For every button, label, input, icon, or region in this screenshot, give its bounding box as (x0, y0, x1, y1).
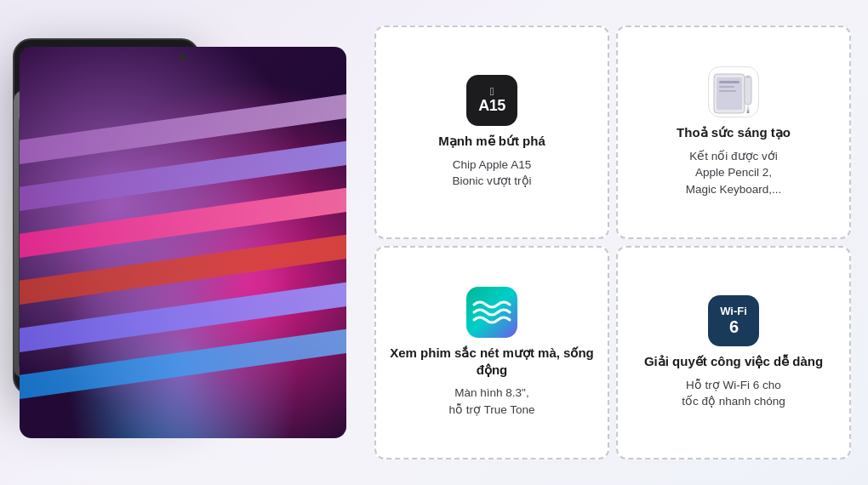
display-icon (466, 287, 517, 338)
feature-card-display: Xem phim sắc nét mượt mà, sống động Màn … (374, 246, 609, 459)
svg-rect-3 (719, 86, 734, 88)
svg-rect-2 (719, 81, 740, 83)
a15-apple-symbol:  (490, 86, 494, 97)
pencil-feature-title: Thoả sức sáng tạo (677, 124, 791, 141)
ipad-section (0, 0, 366, 485)
screen-wallpaper (20, 47, 200, 396)
svg-rect-5 (745, 76, 751, 105)
ipad-screen (20, 47, 200, 396)
ipad-stack (13, 38, 353, 447)
svg-rect-4 (719, 90, 736, 92)
pencil-feature-desc: Kết nối được vớiApple Pencil 2,Magic Key… (686, 148, 782, 198)
feature-card-wifi: Wi-Fi 6 Giải quyết công việc dễ dàng Hỗ … (616, 246, 851, 459)
feature-card-pencil: Thoả sức sáng tạo Kết nối được vớiApple … (616, 26, 851, 239)
feature-card-chip:  A15 Mạnh mẽ bứt phá Chip Apple A15Bion… (374, 26, 609, 239)
wifi-icon: Wi-Fi 6 (708, 295, 759, 346)
a15-chip-icon:  A15 (466, 75, 517, 126)
wifi-feature-desc: Hỗ trợ Wi-Fi 6 chotốc độ nhanh chóng (682, 377, 785, 410)
svg-rect-6 (746, 76, 750, 78)
display-feature-desc: Màn hình 8.3",hỗ trợ True Tone (448, 385, 534, 418)
display-feature-title: Xem phim sắc nét mượt mà, sống động (388, 345, 596, 378)
page-container:  A15 Mạnh mẽ bứt phá Chip Apple A15Bion… (0, 0, 868, 485)
front-camera (180, 54, 186, 60)
display-svg (467, 288, 517, 337)
wifi6-number: 6 (729, 317, 738, 337)
pencil-svg (709, 67, 758, 117)
pencil-icon (708, 66, 759, 117)
features-section:  A15 Mạnh mẽ bứt phá Chip Apple A15Bion… (366, 0, 868, 485)
wifi-label: Wi-Fi (720, 305, 747, 317)
a15-text: A15 (478, 97, 505, 115)
squiggle-container (20, 47, 200, 396)
wifi-feature-title: Giải quyết công việc dễ dàng (644, 353, 823, 370)
chip-feature-title: Mạnh mẽ bứt phá (438, 133, 545, 150)
chip-feature-desc: Chip Apple A15Bionic vượt trội (452, 157, 531, 190)
ipad-purple-main (13, 38, 200, 396)
squiggle-1 (20, 88, 200, 170)
